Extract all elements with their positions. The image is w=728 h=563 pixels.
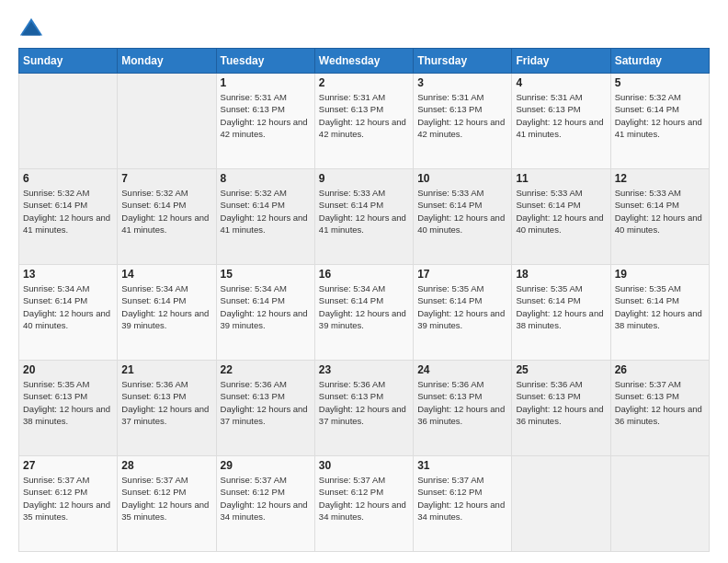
day-info: Sunrise: 5:32 AMSunset: 6:14 PMDaylight:… (615, 91, 705, 140)
calendar-cell: 4Sunrise: 5:31 AMSunset: 6:13 PMDaylight… (512, 74, 610, 169)
day-number: 20 (23, 363, 113, 376)
day-number: 9 (319, 172, 409, 185)
day-number: 18 (516, 268, 606, 281)
calendar-week-row: 20Sunrise: 5:35 AMSunset: 6:13 PMDayligh… (19, 361, 710, 456)
day-number: 17 (417, 268, 507, 281)
calendar-cell: 11Sunrise: 5:33 AMSunset: 6:14 PMDayligh… (512, 169, 610, 265)
day-info: Sunrise: 5:35 AMSunset: 6:14 PMDaylight:… (615, 282, 705, 331)
calendar-cell: 26Sunrise: 5:37 AMSunset: 6:13 PMDayligh… (610, 361, 709, 456)
calendar-cell: 31Sunrise: 5:37 AMSunset: 6:12 PMDayligh… (414, 456, 512, 552)
calendar-cell: 1Sunrise: 5:31 AMSunset: 6:13 PMDaylight… (216, 74, 314, 169)
calendar-cell: 10Sunrise: 5:33 AMSunset: 6:14 PMDayligh… (414, 169, 512, 265)
weekday-header-wednesday: Wednesday (314, 49, 413, 74)
calendar-cell: 29Sunrise: 5:37 AMSunset: 6:12 PMDayligh… (216, 456, 314, 552)
day-number: 28 (121, 459, 211, 472)
calendar-cell: 7Sunrise: 5:32 AMSunset: 6:14 PMDaylight… (118, 169, 216, 265)
calendar-cell: 24Sunrise: 5:36 AMSunset: 6:13 PMDayligh… (414, 361, 512, 456)
page: SundayMondayTuesdayWednesdayThursdayFrid… (0, 0, 728, 563)
day-number: 11 (516, 172, 606, 185)
day-number: 26 (615, 363, 705, 376)
day-number: 1 (221, 76, 311, 89)
weekday-header-saturday: Saturday (610, 49, 709, 74)
day-number: 24 (417, 363, 507, 376)
calendar-cell: 18Sunrise: 5:35 AMSunset: 6:14 PMDayligh… (512, 265, 610, 361)
day-number: 21 (121, 363, 211, 376)
day-info: Sunrise: 5:37 AMSunset: 6:12 PMDaylight:… (319, 474, 409, 523)
calendar-cell: 22Sunrise: 5:36 AMSunset: 6:13 PMDayligh… (216, 361, 314, 456)
calendar-table: SundayMondayTuesdayWednesdayThursdayFrid… (18, 48, 710, 552)
day-number: 2 (319, 76, 409, 89)
day-info: Sunrise: 5:36 AMSunset: 6:13 PMDaylight:… (221, 378, 311, 427)
weekday-header-monday: Monday (118, 49, 216, 74)
day-info: Sunrise: 5:37 AMSunset: 6:12 PMDaylight:… (121, 474, 211, 523)
day-number: 7 (121, 172, 211, 185)
day-info: Sunrise: 5:32 AMSunset: 6:14 PMDaylight:… (121, 187, 211, 236)
day-info: Sunrise: 5:35 AMSunset: 6:13 PMDaylight:… (23, 378, 113, 427)
day-number: 13 (23, 268, 113, 281)
day-info: Sunrise: 5:32 AMSunset: 6:14 PMDaylight:… (23, 187, 113, 236)
calendar-cell: 15Sunrise: 5:34 AMSunset: 6:14 PMDayligh… (216, 265, 314, 361)
day-info: Sunrise: 5:37 AMSunset: 6:13 PMDaylight:… (615, 378, 705, 427)
day-number: 3 (417, 76, 507, 89)
calendar-cell: 19Sunrise: 5:35 AMSunset: 6:14 PMDayligh… (610, 265, 709, 361)
calendar-body: 1Sunrise: 5:31 AMSunset: 6:13 PMDaylight… (19, 74, 710, 552)
calendar-week-row: 6Sunrise: 5:32 AMSunset: 6:14 PMDaylight… (19, 169, 710, 265)
day-number: 12 (615, 172, 705, 185)
day-number: 22 (221, 363, 311, 376)
calendar-cell: 25Sunrise: 5:36 AMSunset: 6:13 PMDayligh… (512, 361, 610, 456)
header (18, 15, 710, 40)
weekday-header-sunday: Sunday (19, 49, 118, 74)
day-info: Sunrise: 5:36 AMSunset: 6:13 PMDaylight:… (319, 378, 409, 427)
day-number: 30 (319, 459, 409, 472)
calendar-cell (512, 456, 610, 552)
calendar-cell: 12Sunrise: 5:33 AMSunset: 6:14 PMDayligh… (610, 169, 709, 265)
weekday-header-thursday: Thursday (414, 49, 512, 74)
day-number: 10 (417, 172, 507, 185)
calendar-week-row: 1Sunrise: 5:31 AMSunset: 6:13 PMDaylight… (19, 74, 710, 169)
day-info: Sunrise: 5:33 AMSunset: 6:14 PMDaylight:… (417, 187, 507, 236)
calendar-cell: 28Sunrise: 5:37 AMSunset: 6:12 PMDayligh… (118, 456, 216, 552)
calendar-cell: 13Sunrise: 5:34 AMSunset: 6:14 PMDayligh… (19, 265, 118, 361)
day-info: Sunrise: 5:31 AMSunset: 6:13 PMDaylight:… (417, 91, 507, 140)
calendar-cell: 27Sunrise: 5:37 AMSunset: 6:12 PMDayligh… (19, 456, 118, 552)
calendar-cell: 3Sunrise: 5:31 AMSunset: 6:13 PMDaylight… (414, 74, 512, 169)
calendar-cell: 21Sunrise: 5:36 AMSunset: 6:13 PMDayligh… (118, 361, 216, 456)
calendar-cell: 14Sunrise: 5:34 AMSunset: 6:14 PMDayligh… (118, 265, 216, 361)
day-info: Sunrise: 5:35 AMSunset: 6:14 PMDaylight:… (516, 282, 606, 331)
day-info: Sunrise: 5:37 AMSunset: 6:12 PMDaylight:… (417, 474, 507, 523)
day-info: Sunrise: 5:32 AMSunset: 6:14 PMDaylight:… (221, 187, 311, 236)
calendar-cell: 23Sunrise: 5:36 AMSunset: 6:13 PMDayligh… (314, 361, 413, 456)
day-info: Sunrise: 5:34 AMSunset: 6:14 PMDaylight:… (319, 282, 409, 331)
calendar-week-row: 13Sunrise: 5:34 AMSunset: 6:14 PMDayligh… (19, 265, 710, 361)
day-info: Sunrise: 5:36 AMSunset: 6:13 PMDaylight:… (417, 378, 507, 427)
calendar-cell (19, 74, 118, 169)
weekday-header-row: SundayMondayTuesdayWednesdayThursdayFrid… (19, 49, 710, 74)
day-number: 8 (221, 172, 311, 185)
day-info: Sunrise: 5:37 AMSunset: 6:12 PMDaylight:… (23, 474, 113, 523)
day-info: Sunrise: 5:33 AMSunset: 6:14 PMDaylight:… (615, 187, 705, 236)
calendar-cell: 30Sunrise: 5:37 AMSunset: 6:12 PMDayligh… (314, 456, 413, 552)
day-info: Sunrise: 5:33 AMSunset: 6:14 PMDaylight:… (319, 187, 409, 236)
day-number: 16 (319, 268, 409, 281)
calendar-cell: 17Sunrise: 5:35 AMSunset: 6:14 PMDayligh… (414, 265, 512, 361)
day-info: Sunrise: 5:34 AMSunset: 6:14 PMDaylight:… (23, 282, 113, 331)
day-number: 31 (417, 459, 507, 472)
logo-icon (18, 15, 44, 40)
day-info: Sunrise: 5:33 AMSunset: 6:14 PMDaylight:… (516, 187, 606, 236)
day-number: 23 (319, 363, 409, 376)
calendar-cell: 8Sunrise: 5:32 AMSunset: 6:14 PMDaylight… (216, 169, 314, 265)
day-number: 6 (23, 172, 113, 185)
calendar-cell: 20Sunrise: 5:35 AMSunset: 6:13 PMDayligh… (19, 361, 118, 456)
day-info: Sunrise: 5:34 AMSunset: 6:14 PMDaylight:… (221, 282, 311, 331)
day-info: Sunrise: 5:37 AMSunset: 6:12 PMDaylight:… (221, 474, 311, 523)
calendar-cell: 9Sunrise: 5:33 AMSunset: 6:14 PMDaylight… (314, 169, 413, 265)
day-info: Sunrise: 5:31 AMSunset: 6:13 PMDaylight:… (516, 91, 606, 140)
weekday-header-friday: Friday (512, 49, 610, 74)
day-number: 19 (615, 268, 705, 281)
day-number: 5 (615, 76, 705, 89)
day-info: Sunrise: 5:35 AMSunset: 6:14 PMDaylight:… (417, 282, 507, 331)
calendar-cell (610, 456, 709, 552)
calendar-cell: 2Sunrise: 5:31 AMSunset: 6:13 PMDaylight… (314, 74, 413, 169)
calendar-cell (118, 74, 216, 169)
day-info: Sunrise: 5:31 AMSunset: 6:13 PMDaylight:… (221, 91, 311, 140)
